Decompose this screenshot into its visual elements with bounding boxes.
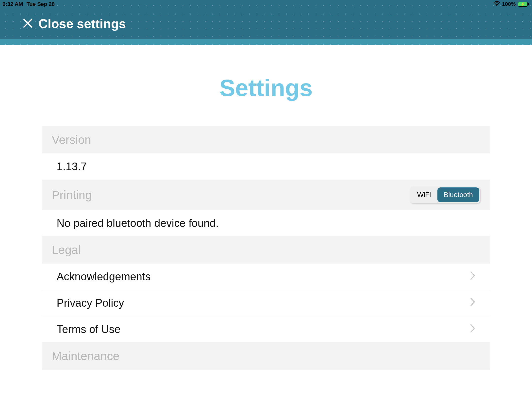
list-item-label: Terms of Use: [57, 323, 120, 335]
settings-list: Version 1.13.7 Printing WiFi Bluetooth N…: [42, 126, 490, 370]
printing-status-row: No paired bluetooth device found.: [42, 210, 490, 236]
accent-strip: [0, 39, 532, 45]
battery-percent: 100%: [502, 1, 516, 7]
status-time: 6:32 AM: [2, 1, 23, 7]
chevron-right-icon: [470, 270, 475, 283]
close-icon: [23, 18, 33, 29]
printing-status-text: No paired bluetooth device found.: [57, 217, 219, 229]
battery-icon: ⚡: [518, 2, 529, 7]
section-header-label: Maintenance: [52, 349, 119, 363]
svg-point-0: [496, 5, 497, 6]
section-header-printing: Printing WiFi Bluetooth: [42, 180, 490, 210]
version-row: 1.13.7: [42, 153, 490, 180]
printing-mode-segmented[interactable]: WiFi Bluetooth: [410, 186, 480, 203]
close-settings-label: Close settings: [38, 16, 126, 31]
section-header-label: Legal: [52, 243, 81, 257]
section-header-version: Version: [42, 126, 490, 153]
ios-status-bar: 6:32 AM Tue Sep 28 100% ⚡: [0, 0, 532, 8]
version-value: 1.13.7: [57, 160, 87, 173]
status-date: Tue Sep 28: [27, 1, 55, 7]
section-header-label: Version: [52, 133, 91, 147]
section-header-label: Printing: [52, 188, 92, 202]
chevron-right-icon: [470, 323, 475, 335]
legal-item-privacy-policy[interactable]: Privacy Policy: [42, 290, 490, 316]
legal-item-acknowledgements[interactable]: Acknowledgements: [42, 264, 490, 290]
segment-wifi[interactable]: WiFi: [411, 187, 437, 202]
header-bar: Close settings: [0, 8, 532, 39]
list-item-label: Acknowledgements: [57, 270, 151, 283]
list-item-label: Privacy Policy: [57, 297, 124, 309]
chevron-right-icon: [470, 297, 475, 309]
close-settings-button[interactable]: Close settings: [23, 16, 126, 31]
section-header-legal: Legal: [42, 236, 490, 264]
page-title: Settings: [0, 74, 532, 101]
section-header-maintenance: Maintenance: [42, 342, 490, 370]
legal-item-terms-of-use[interactable]: Terms of Use: [42, 316, 490, 342]
segment-bluetooth[interactable]: Bluetooth: [437, 187, 479, 202]
wifi-icon: [494, 1, 500, 7]
